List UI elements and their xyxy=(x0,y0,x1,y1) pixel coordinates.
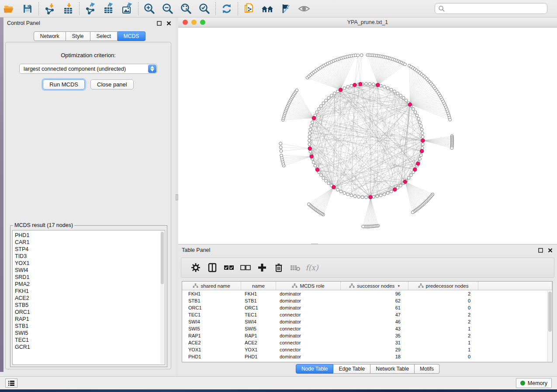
float-panel-button[interactable] xyxy=(156,20,163,27)
mcds-result-item[interactable]: YOX1 xyxy=(15,260,165,267)
export-network-button[interactable] xyxy=(81,1,100,16)
mcds-result-item[interactable]: SRD1 xyxy=(15,274,165,281)
optimization-criterion-select[interactable]: largest connected component (undirected) xyxy=(19,64,157,74)
open-file-button[interactable] xyxy=(0,1,18,16)
deselect-all-button[interactable] xyxy=(237,260,254,275)
add-row-button[interactable] xyxy=(254,260,270,275)
table-row[interactable]: ORC1ORC1dominator610 xyxy=(182,304,552,311)
zoom-in-button[interactable] xyxy=(140,1,159,16)
tab-mcds[interactable]: MCDS xyxy=(118,31,145,41)
node-table: shared namenameMCDS rolesuccessor nodes▾… xyxy=(182,281,553,362)
cell-successor-nodes: 96 xyxy=(341,291,408,296)
table-row[interactable]: PHD1PHD1dominator180 xyxy=(182,353,552,360)
export-table-button[interactable] xyxy=(100,1,118,16)
table-row[interactable]: FKH1FKH1dominator962 xyxy=(182,290,552,297)
table-scrollbar-thumb[interactable] xyxy=(548,292,552,332)
sort-desc-icon: ▾ xyxy=(398,284,400,288)
show-panels-button[interactable] xyxy=(5,378,17,388)
mcds-result-item[interactable]: PHD1 xyxy=(15,232,165,239)
cell-MCDS-role: dominator xyxy=(276,291,341,296)
table-row[interactable]: TEC1TEC1connector472 xyxy=(182,311,552,318)
column-label: MCDS role xyxy=(300,283,324,289)
mcds-result-item[interactable]: STP4 xyxy=(15,246,165,253)
import-table-button[interactable] xyxy=(59,1,77,16)
memory-button[interactable]: Memory xyxy=(516,378,552,388)
export-network-icon xyxy=(84,3,97,15)
float-table-panel-button[interactable] xyxy=(537,247,544,254)
export-image-button[interactable] xyxy=(118,1,136,16)
clone-network-button[interactable] xyxy=(240,1,258,16)
tab-style[interactable]: Style xyxy=(66,31,90,41)
mcds-result-item[interactable]: CAR1 xyxy=(15,239,165,246)
zoom-selected-button[interactable] xyxy=(195,1,214,16)
mcds-result-list[interactable]: PHD1CAR1STP4TID3YOX1SWI4SRD1PMA2FKH1ACE2… xyxy=(12,230,165,365)
cell-shared-name: ORC1 xyxy=(182,305,241,310)
mcds-result-title: MCDS result (17 nodes) xyxy=(13,222,74,228)
mcds-result-item[interactable]: TEC1 xyxy=(15,337,165,344)
function-builder-button[interactable]: f(x) xyxy=(304,260,320,275)
refresh-view-button[interactable] xyxy=(218,1,236,16)
table-row[interactable]: STB1STB1dominator620 xyxy=(182,297,552,304)
mcds-result-item[interactable]: STB5 xyxy=(15,302,165,309)
cell-successor-nodes: 47 xyxy=(341,312,408,317)
close-table-panel-button[interactable] xyxy=(547,247,554,254)
show-all-button[interactable] xyxy=(295,1,313,16)
cell-successor-nodes: 35 xyxy=(341,333,408,338)
mcds-result-item[interactable]: TID3 xyxy=(15,253,165,260)
save-session-button[interactable] xyxy=(18,1,37,16)
two-houses-icon xyxy=(261,3,274,14)
column-header-predecessor-nodes[interactable]: predecessor nodes xyxy=(408,282,478,290)
select-all-button[interactable] xyxy=(221,260,237,275)
mcds-result-item[interactable]: SWI5 xyxy=(15,330,165,337)
mcds-result-item[interactable]: SWI4 xyxy=(15,267,165,274)
tab-edge-table[interactable]: Edge Table xyxy=(333,364,370,374)
column-header-shared-name[interactable]: shared name xyxy=(182,282,241,290)
network-home-button[interactable] xyxy=(258,1,277,16)
table-row[interactable]: SWI5SWI5connector431 xyxy=(182,325,552,332)
tab-node-table[interactable]: Node Table xyxy=(296,364,334,374)
run-mcds-button[interactable]: Run MCDS xyxy=(43,79,85,89)
show-columns-button[interactable] xyxy=(204,260,221,275)
column-header-MCDS-role[interactable]: MCDS role xyxy=(276,282,341,290)
zoom-fit-button[interactable] xyxy=(177,1,195,16)
cell-name: PHD1 xyxy=(241,354,276,359)
mcds-list-scrollbar-thumb[interactable] xyxy=(161,232,164,284)
mcds-result-item[interactable]: ACE2 xyxy=(15,295,165,302)
table-row[interactable]: ACE2ACE2connector311 xyxy=(182,339,552,346)
tab-motifs[interactable]: Motifs xyxy=(415,364,439,374)
column-label: predecessor nodes xyxy=(426,283,469,289)
memory-label: Memory xyxy=(528,380,547,386)
delete-table-button[interactable] xyxy=(287,260,304,275)
column-header-name[interactable]: name xyxy=(241,282,276,290)
memory-status-icon xyxy=(520,381,525,385)
close-panel-button[interactable] xyxy=(165,20,172,27)
tab-network[interactable]: Network xyxy=(34,31,66,41)
import-network-button[interactable] xyxy=(41,1,59,16)
mcds-result-item[interactable]: PMA2 xyxy=(15,281,165,288)
network-window-titlebar[interactable]: YPA_prune.txt_1 xyxy=(178,17,557,28)
close-mcds-panel-button[interactable]: Close panel xyxy=(90,79,134,89)
mcds-result-item[interactable]: ORC1 xyxy=(15,309,165,316)
cell-name: ORC1 xyxy=(241,305,276,310)
table-row[interactable]: RAP1RAP1dominator352 xyxy=(182,332,552,339)
table-settings-button[interactable] xyxy=(187,260,204,275)
cell-name: YOX1 xyxy=(241,347,276,352)
cell-name: ACE2 xyxy=(241,340,276,345)
search-input[interactable] xyxy=(445,4,547,13)
mcds-result-item[interactable]: FKH1 xyxy=(15,288,165,295)
zoom-out-button[interactable] xyxy=(159,1,177,16)
cell-shared-name: FKH1 xyxy=(182,291,241,296)
column-header-successor-nodes[interactable]: successor nodes▾ xyxy=(341,282,408,290)
mcds-list-scrollbar[interactable] xyxy=(160,231,164,364)
hide-flagged-button[interactable] xyxy=(277,1,295,16)
tab-network-table[interactable]: Network Table xyxy=(370,364,415,374)
network-canvas[interactable] xyxy=(178,28,557,244)
table-scrollbar[interactable] xyxy=(547,291,552,361)
table-row[interactable]: YOX1YOX1connector291 xyxy=(182,346,552,353)
mcds-result-item[interactable]: STB1 xyxy=(15,323,165,330)
mcds-result-item[interactable]: RAP1 xyxy=(15,316,165,323)
delete-rows-button[interactable] xyxy=(270,260,287,275)
mcds-result-item[interactable]: GCR1 xyxy=(15,344,165,351)
table-row[interactable]: SWI4SWI4dominator462 xyxy=(182,318,552,325)
tab-select[interactable]: Select xyxy=(90,31,118,41)
